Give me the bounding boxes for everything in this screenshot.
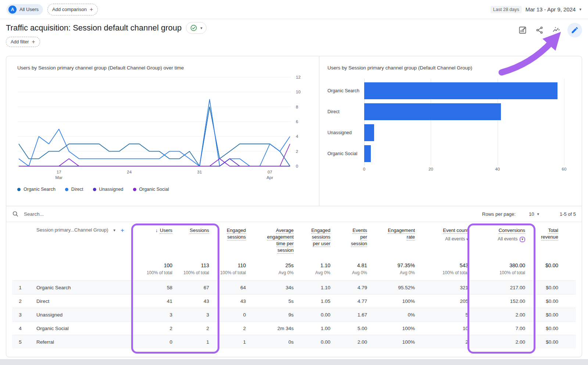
svg-text:6: 6 bbox=[296, 119, 298, 124]
column-header-total-revenue[interactable]: Totalrevenue bbox=[532, 222, 576, 257]
rows-per-page-value[interactable]: 10 bbox=[529, 211, 534, 217]
table-row-organic-search: 1Organic Search58676434s1.104.7995.52%32… bbox=[12, 280, 576, 294]
cell-event-count: 2 bbox=[422, 335, 475, 348]
data-table: Session primary...Channel Group)▾+↓ User… bbox=[6, 222, 582, 348]
line-chart-title: Users by Session primary channel group (… bbox=[17, 65, 312, 71]
column-header-avg-engagement-time[interactable]: Averageengagementtime persession bbox=[252, 222, 300, 257]
table-row-direct: 2Direct4143435s1.054.77100%205152.00$0.0… bbox=[12, 294, 576, 308]
cell-users: 3 bbox=[139, 308, 179, 321]
chevron-down-icon[interactable]: ▾ bbox=[114, 228, 116, 232]
cell-conversions: 2.00 bbox=[475, 308, 532, 321]
audience-avatar: A bbox=[8, 6, 17, 14]
bottom-strip bbox=[0, 359, 588, 365]
audience-chips: A All Users Add comparison + bbox=[7, 4, 98, 15]
legend-dot bbox=[65, 188, 68, 191]
legend-dot bbox=[133, 188, 136, 191]
plus-icon: + bbox=[90, 6, 93, 13]
search-input[interactable] bbox=[23, 211, 142, 217]
chevron-down-icon[interactable]: ▾ bbox=[537, 212, 539, 216]
cell-avg-engagement-time: 5s bbox=[252, 294, 300, 308]
svg-text:10: 10 bbox=[296, 90, 301, 94]
add-dimension-icon[interactable]: + bbox=[121, 227, 124, 233]
column-header-sessions[interactable]: Sessions bbox=[179, 222, 216, 257]
cell-engaged-sessions: 1 bbox=[216, 335, 252, 348]
row-number: 4 bbox=[12, 322, 28, 335]
report-validity-badge[interactable]: ▾ bbox=[186, 22, 207, 34]
search-icon bbox=[12, 211, 19, 217]
bar-chart-x-axis: 0204060 bbox=[364, 165, 564, 173]
table-header-row: Session primary...Channel Group)▾+↓ User… bbox=[12, 222, 576, 257]
row-number: 5 bbox=[12, 335, 28, 348]
chevron-down-icon[interactable]: ▾ bbox=[466, 237, 468, 241]
page-title: Traffic acquisition: Session default cha… bbox=[6, 23, 182, 33]
report-card: Users by Session primary channel group (… bbox=[6, 56, 582, 357]
cell-events-per-session: 5.00 bbox=[337, 322, 374, 335]
cell-engaged-sessions-per-user: 1.00 bbox=[300, 322, 337, 335]
cell-conversions: 217.00 bbox=[475, 281, 532, 294]
legend-label: Organic Search bbox=[24, 187, 55, 192]
channel-name: Organic Search bbox=[28, 281, 139, 294]
legend-dot bbox=[93, 188, 96, 191]
totals-cell-total-revenue: $0.00 bbox=[532, 257, 576, 280]
legend-label: Organic Social bbox=[139, 187, 169, 192]
plus-icon: + bbox=[32, 39, 35, 45]
bar-chart: Organic SearchDirectUnassignedOrganic So… bbox=[327, 80, 564, 175]
column-header-engaged-sessions-per-user[interactable]: Engagedsessionsper user bbox=[300, 222, 337, 257]
svg-text:8: 8 bbox=[296, 105, 298, 109]
cell-total-revenue: $0.00 bbox=[532, 322, 576, 335]
table-totals-row: 100100% of total113100% of total110100% … bbox=[12, 257, 576, 280]
rows-per-page-label: Rows per page: bbox=[482, 211, 516, 217]
insights-button[interactable] bbox=[551, 24, 562, 36]
cell-total-revenue: $0.00 bbox=[532, 308, 576, 321]
cell-sessions: 3 bbox=[179, 308, 216, 321]
bar-chart-panel: Users by Session primary channel group (… bbox=[319, 56, 582, 206]
svg-text:0: 0 bbox=[296, 164, 298, 168]
table-controls-row: Rows per page: 10 ▾ 1-5 of 5 bbox=[6, 206, 582, 222]
conversions-event-dropdown-icon[interactable]: ▾ bbox=[520, 237, 525, 242]
svg-text:2: 2 bbox=[296, 149, 298, 154]
column-header-users[interactable]: ↓ Users bbox=[139, 222, 179, 257]
cell-total-revenue: $0.00 bbox=[532, 294, 576, 308]
cell-engaged-sessions: 0 bbox=[216, 308, 252, 321]
cell-event-count: 10 bbox=[422, 322, 475, 335]
cell-engagement-rate: 0% bbox=[374, 308, 422, 321]
table-row-unassigned: 3Unassigned3309s0.001.670%52.00$0.00 bbox=[12, 308, 576, 321]
customize-report-button[interactable] bbox=[517, 24, 528, 36]
add-comparison-button[interactable]: Add comparison + bbox=[47, 4, 98, 15]
audience-chip-all-users[interactable]: A All Users bbox=[7, 4, 43, 15]
share-report-button[interactable] bbox=[534, 24, 545, 36]
svg-text:17: 17 bbox=[57, 170, 61, 174]
bar-organic-social bbox=[364, 145, 371, 162]
column-header-engagement-rate[interactable]: Engagementrate bbox=[374, 222, 422, 257]
column-header-event-count[interactable]: Event countAll events ▾ bbox=[422, 222, 475, 257]
totals-cell-events-per-session: 4.81Avg 0% bbox=[337, 257, 374, 280]
column-header-engaged-sessions[interactable]: Engagedsessions bbox=[216, 222, 252, 257]
date-range-value: Mar 13 - Apr 9, 2024 bbox=[526, 6, 576, 12]
svg-text:31: 31 bbox=[197, 170, 202, 174]
bar-category-label: Unassigned bbox=[327, 130, 364, 135]
bar-row-direct: Direct bbox=[327, 101, 564, 122]
cell-users: 0 bbox=[139, 335, 179, 348]
totals-cell-sessions: 113100% of total bbox=[179, 257, 216, 280]
cell-engaged-sessions-per-user: 1.05 bbox=[300, 294, 337, 308]
column-header-events-per-session[interactable]: Eventspersession bbox=[337, 222, 374, 257]
line-chart-legend: Organic SearchDirectUnassignedOrganic So… bbox=[17, 187, 312, 192]
column-header-dimension[interactable]: Session primary...Channel Group)▾+ bbox=[28, 222, 139, 257]
cell-users: 2 bbox=[139, 322, 179, 335]
chart-edit-icon bbox=[518, 26, 527, 35]
cell-sessions: 43 bbox=[179, 294, 216, 308]
add-filter-button[interactable]: Add filter + bbox=[6, 37, 40, 47]
cell-conversions: 2.00 bbox=[475, 335, 532, 348]
bar-organic-search bbox=[364, 82, 557, 99]
column-header-conversions[interactable]: ConversionsAll events ▾ bbox=[475, 222, 532, 257]
title-row: Traffic acquisition: Session default cha… bbox=[6, 22, 582, 37]
row-number: 1 bbox=[12, 281, 28, 294]
cell-engaged-sessions-per-user: 0.00 bbox=[300, 308, 337, 321]
date-range-picker[interactable]: Last 28 days Mar 13 - Apr 9, 2024 ▾ bbox=[491, 6, 581, 13]
channel-name: Referral bbox=[28, 335, 139, 348]
cell-event-count: 5 bbox=[422, 308, 475, 321]
edit-report-button[interactable] bbox=[567, 23, 582, 37]
svg-text:24: 24 bbox=[127, 170, 132, 174]
channel-name: Direct bbox=[28, 294, 139, 308]
totals-name-spacer bbox=[28, 257, 139, 280]
